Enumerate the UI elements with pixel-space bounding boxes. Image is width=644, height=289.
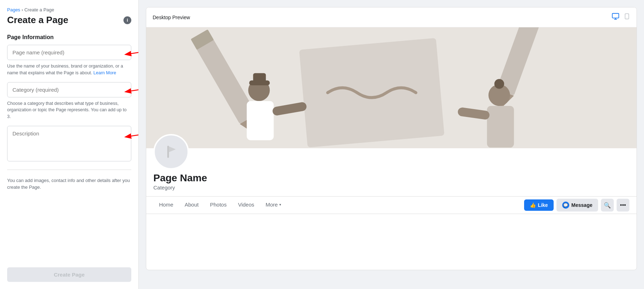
like-button[interactable]: 👍 Like [524, 199, 554, 211]
desktop-preview-icon[interactable] [612, 12, 619, 22]
tab-more[interactable]: More ▾ [260, 197, 287, 214]
create-page-button[interactable]: Create Page [7, 267, 131, 282]
preview-box: Desktop Preview [146, 7, 637, 270]
profile-pic [153, 134, 189, 170]
tab-home[interactable]: Home [153, 197, 179, 214]
description-input[interactable] [7, 126, 131, 161]
preview-title: Desktop Preview [153, 15, 190, 20]
messenger-icon: 💬 [562, 202, 569, 209]
svg-rect-15 [299, 38, 444, 148]
tab-videos[interactable]: Videos [232, 197, 260, 214]
tab-about[interactable]: About [179, 197, 204, 214]
nav-tabs: Home About Photos Videos More ▾ [153, 197, 287, 214]
page-name-display: Page Name Category [153, 172, 629, 191]
page-title-text: Create a Page [7, 15, 68, 26]
category-container [7, 82, 131, 100]
info-icon[interactable]: i [123, 16, 131, 24]
message-label: Message [571, 202, 592, 208]
search-icon: 🔍 [604, 202, 611, 209]
breadcrumb-current: Create a Page [24, 7, 54, 12]
category-helper: Choose a category that describes what ty… [7, 100, 131, 120]
right-panel: Desktop Preview [139, 0, 644, 289]
breadcrumb: Pages › Create a Page [7, 7, 131, 12]
page-name-input[interactable] [7, 45, 131, 60]
like-label: Like [538, 202, 548, 208]
preview-device-icons [612, 12, 630, 22]
description-container [7, 126, 131, 165]
preview-header: Desktop Preview [146, 7, 637, 27]
tab-more-label: More [266, 202, 278, 208]
page-title-row: Create a Page i [7, 15, 131, 26]
page-category-text: Category [153, 184, 629, 191]
tab-photos[interactable]: Photos [204, 197, 232, 214]
svg-point-22 [494, 79, 504, 89]
thumbs-up-icon: 👍 [530, 202, 536, 208]
page-name-text: Page Name [153, 172, 629, 184]
mobile-preview-icon[interactable] [624, 12, 630, 22]
svg-rect-18 [253, 73, 266, 82]
preview-content: Page Name Category Home About Photos Vid… [146, 27, 637, 270]
breadcrumb-pages-link[interactable]: Pages [7, 7, 20, 12]
svg-rect-3 [612, 14, 619, 18]
search-button[interactable]: 🔍 [601, 199, 614, 212]
svg-rect-25 [167, 146, 169, 158]
svg-marker-26 [169, 146, 176, 152]
svg-rect-23 [487, 106, 514, 148]
section-label: Page Information [7, 34, 131, 41]
divider [7, 170, 131, 170]
message-button[interactable]: 💬 Message [556, 199, 598, 212]
page-profile-section: Page Name Category [146, 148, 637, 197]
chevron-down-icon: ▾ [279, 203, 281, 207]
footer-note: You can add images, contact info and oth… [7, 177, 131, 191]
page-name-helper: Use the name of your business, brand or … [7, 63, 131, 76]
svg-rect-19 [247, 101, 274, 140]
page-name-container [7, 45, 131, 63]
page-nav: Home About Photos Videos More ▾ 👍 Like [146, 197, 637, 214]
cover-photo [146, 27, 637, 148]
left-panel: Pages › Create a Page Create a Page i Pa… [0, 0, 139, 289]
nav-actions: 👍 Like 💬 Message 🔍 ••• [524, 199, 629, 212]
ellipsis-icon: ••• [620, 202, 626, 208]
category-input[interactable] [7, 82, 131, 97]
learn-more-link[interactable]: Learn More [94, 70, 116, 75]
profile-pic-wrapper [153, 134, 189, 170]
more-options-button[interactable]: ••• [617, 199, 629, 212]
